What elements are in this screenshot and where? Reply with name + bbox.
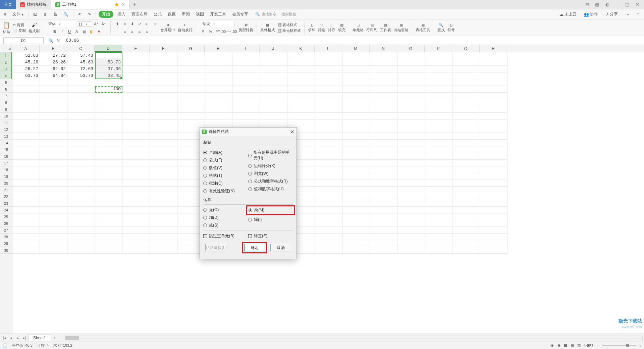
formula-input[interactable]: 63.66 (64, 38, 644, 43)
eye-icon[interactable]: 👁 (550, 344, 554, 348)
dec-dec-icon[interactable]: ←.00 (229, 29, 236, 35)
align-left-icon[interactable]: ≡ (121, 29, 128, 35)
sheet-tab-1[interactable]: Sheet1 (28, 335, 51, 341)
tab-templates[interactable]: D 找稻壳模板 (16, 0, 51, 9)
view-break-icon[interactable]: ▥ (577, 343, 581, 348)
row-5[interactable]: 5 (0, 79, 12, 86)
radio-mul[interactable]: 乘(M) (249, 207, 293, 213)
close-window-icon[interactable]: ✕ (634, 1, 641, 8)
bold-icon[interactable]: B (51, 29, 58, 35)
row-28[interactable]: 28 (0, 234, 12, 240)
row-8[interactable]: 8 (0, 99, 12, 106)
radio-all[interactable]: 全部(A) (203, 149, 248, 156)
cell-area[interactable]: 52.8327.7257.4363.66 45.2626.2645.6353.7… (12, 52, 644, 334)
row-10[interactable]: 10 (0, 113, 12, 119)
cell-A4[interactable]: 63.73 (12, 72, 40, 79)
radio-add[interactable]: 加(D) (203, 214, 248, 221)
cell-B3[interactable]: 62.62 (40, 66, 67, 72)
radio-none[interactable]: 无(O) (203, 207, 248, 213)
row-25[interactable]: 25 (0, 213, 12, 220)
underline-icon[interactable]: U (66, 29, 73, 35)
col-I[interactable]: I (232, 45, 260, 52)
cut-button[interactable]: ✂ 剪切 (13, 22, 24, 28)
row-3[interactable]: 3 (0, 66, 12, 72)
row-27[interactable]: 27 (0, 227, 12, 234)
row-23[interactable]: 23 (0, 200, 12, 207)
row-2[interactable]: 2 (0, 59, 12, 66)
fx-icon[interactable]: fx (57, 38, 60, 43)
cell-D1[interactable]: 63.66 (95, 52, 122, 59)
redo-icon[interactable]: ↷ (86, 11, 93, 18)
col-F[interactable]: F (150, 45, 177, 52)
col-H[interactable]: H (205, 45, 232, 52)
row-17[interactable]: 17 (0, 160, 12, 166)
find-button[interactable]: 🔍查找 (437, 23, 445, 33)
sheet-button[interactable]: ▥工作表 (380, 23, 391, 33)
chevron-up-icon[interactable]: ⌃ (635, 11, 642, 18)
print-preview-icon[interactable]: 🔍 (61, 11, 70, 18)
italic-icon[interactable]: I (59, 29, 65, 35)
cell-button[interactable]: ▢单元格 (353, 23, 364, 33)
save-icon[interactable]: 🖫 (31, 11, 39, 18)
align-center-icon[interactable]: ≡ (129, 29, 136, 35)
col-C[interactable]: C (67, 45, 95, 52)
indent-dec-icon[interactable]: ⇤ (144, 21, 150, 27)
comma-icon[interactable]: ººº (214, 29, 221, 35)
row-12[interactable]: 12 (0, 126, 12, 133)
rowcol-button[interactable]: ▤行和列 (366, 23, 377, 33)
layout-icon[interactable]: ⊞ (584, 1, 590, 8)
radio-all-theme[interactable]: 所有使用源主题的单元(H) (248, 149, 293, 161)
row-16[interactable]: 16 (0, 153, 12, 160)
row-24[interactable]: 24 (0, 207, 12, 213)
number-format-select[interactable]: 常规▾ (201, 21, 234, 27)
cell-D2[interactable]: 53.73 (95, 59, 122, 66)
dialog-titlebar[interactable]: S 选择性粘贴 ✕ (200, 128, 297, 136)
filter-button[interactable]: ▽筛选 (318, 23, 325, 33)
row-9[interactable]: 9 (0, 106, 12, 113)
radio-sub[interactable]: 减(S) (203, 222, 248, 229)
name-box[interactable]: D1 (3, 37, 44, 44)
cell-A3[interactable]: 26.27 (12, 66, 40, 72)
format-painter-button[interactable]: 🖌格式刷 (29, 22, 40, 34)
menu-hamburger-icon[interactable]: ≡ (2, 11, 8, 18)
row-20[interactable]: 20 (0, 180, 12, 187)
type-convert-button[interactable]: ⇄类型转换 (238, 23, 253, 33)
cell-D3[interactable]: 37.36 (95, 66, 122, 72)
cell-B4[interactable]: 64.84 (40, 72, 67, 79)
col-M[interactable]: M (342, 45, 370, 52)
strike-icon[interactable]: A̶ (73, 29, 80, 35)
cell-C3[interactable]: 72.63 (67, 66, 95, 72)
cancel-button[interactable]: 取消 (270, 244, 291, 251)
col-P[interactable]: P (425, 45, 452, 52)
row-29[interactable]: 29 (0, 240, 12, 247)
radio-validation[interactable]: 有效性验证(N) (203, 188, 248, 194)
target-icon[interactable]: ⊕ (557, 343, 560, 348)
align-bot-icon[interactable]: ⬇ (129, 21, 136, 27)
row-15[interactable]: 15 (0, 146, 12, 153)
row-4[interactable]: 4 (0, 72, 12, 79)
cell-C4[interactable]: 53.73 (67, 72, 95, 79)
row-13[interactable]: 13 (0, 133, 12, 140)
dialog-close-icon[interactable]: ✕ (290, 129, 294, 135)
align-top-icon[interactable]: ⬆ (114, 21, 121, 27)
sheet-prev-icon[interactable]: ◂ (8, 335, 14, 341)
zoom-slider[interactable] (602, 345, 636, 346)
sheet-first-icon[interactable]: |◂ (1, 335, 7, 341)
align-mid-icon[interactable]: ≡ (121, 21, 128, 27)
increase-font-icon[interactable]: A⁺ (93, 21, 100, 27)
cancel-formula-icon[interactable]: 🔍 (48, 38, 53, 43)
coop-button[interactable]: 👥 协作 (582, 10, 600, 18)
align-right-icon[interactable]: ≡ (136, 29, 143, 35)
radio-comments[interactable]: 批注(C) (203, 180, 248, 187)
radio-col-width[interactable]: 列宽(W) (248, 170, 293, 177)
border-icon[interactable]: ▦ (81, 29, 88, 35)
more-icon[interactable]: ⋯ (623, 11, 631, 18)
menu-view[interactable]: 视图 (194, 10, 206, 18)
sum-button[interactable]: Σ求和 (308, 23, 315, 33)
maximize-icon[interactable]: ▢ (624, 1, 631, 8)
menu-member[interactable]: 会员专享 (230, 10, 250, 18)
cell-D6[interactable]: 100 (95, 86, 122, 93)
row-6[interactable]: 6 (0, 86, 12, 93)
sheet-last-icon[interactable]: ▸| (21, 335, 28, 341)
zoom-in-icon[interactable]: + (639, 344, 641, 348)
